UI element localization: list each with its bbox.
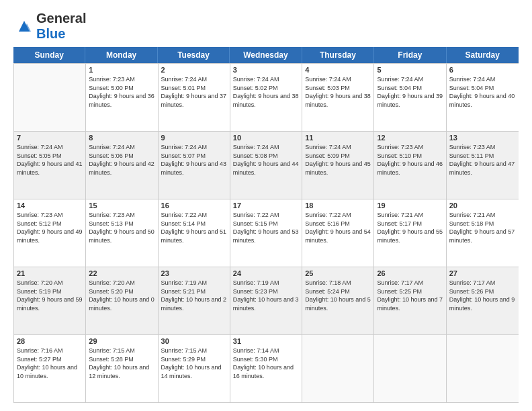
calendar-cell (302, 335, 374, 402)
weekday-header: Thursday (302, 47, 374, 63)
day-number: 14 (17, 201, 83, 210)
calendar-cell (447, 335, 519, 402)
day-number: 25 (305, 269, 371, 277)
calendar-cell: 26Sunrise: 7:17 AM Sunset: 5:25 PM Dayli… (374, 267, 446, 334)
day-number: 20 (449, 201, 516, 210)
calendar-cell: 9Sunrise: 7:24 AM Sunset: 5:07 PM Daylig… (159, 132, 230, 199)
day-number: 1 (89, 66, 154, 74)
day-number: 3 (233, 66, 299, 74)
day-info: Sunrise: 7:24 AM Sunset: 5:09 PM Dayligh… (305, 143, 371, 177)
calendar-cell: 13Sunrise: 7:23 AM Sunset: 5:11 PM Dayli… (447, 132, 519, 199)
day-info: Sunrise: 7:22 AM Sunset: 5:16 PM Dayligh… (305, 211, 371, 244)
day-info: Sunrise: 7:17 AM Sunset: 5:26 PM Dayligh… (449, 279, 516, 312)
day-number: 21 (17, 269, 83, 277)
day-info: Sunrise: 7:24 AM Sunset: 5:06 PM Dayligh… (89, 143, 154, 177)
day-number: 26 (377, 269, 443, 277)
day-info: Sunrise: 7:23 AM Sunset: 5:11 PM Dayligh… (449, 143, 516, 177)
calendar-cell: 14Sunrise: 7:23 AM Sunset: 5:12 PM Dayli… (14, 199, 86, 267)
day-number: 6 (449, 66, 516, 74)
calendar-cell: 30Sunrise: 7:15 AM Sunset: 5:29 PM Dayli… (159, 335, 230, 402)
header: GeneralBlue (13, 11, 519, 42)
day-info: Sunrise: 7:24 AM Sunset: 5:02 PM Dayligh… (233, 75, 299, 109)
day-number: 12 (377, 134, 443, 142)
day-info: Sunrise: 7:23 AM Sunset: 5:10 PM Dayligh… (377, 143, 443, 177)
calendar: SundayMondayTuesdayWednesdayThursdayFrid… (13, 47, 519, 403)
calendar-cell: 17Sunrise: 7:22 AM Sunset: 5:15 PM Dayli… (230, 199, 302, 267)
logo: GeneralBlue (13, 11, 86, 42)
calendar-cell: 28Sunrise: 7:16 AM Sunset: 5:27 PM Dayli… (14, 335, 86, 402)
day-number: 9 (161, 134, 227, 142)
calendar-cell: 27Sunrise: 7:17 AM Sunset: 5:26 PM Dayli… (447, 267, 519, 334)
calendar-cell: 11Sunrise: 7:24 AM Sunset: 5:09 PM Dayli… (302, 132, 374, 199)
day-number: 29 (89, 337, 154, 345)
weekday-header: Friday (374, 47, 446, 63)
day-info: Sunrise: 7:21 AM Sunset: 5:18 PM Dayligh… (449, 211, 516, 244)
day-number: 7 (17, 134, 83, 142)
day-number: 15 (89, 201, 154, 210)
calendar-cell: 6Sunrise: 7:24 AM Sunset: 5:04 PM Daylig… (447, 64, 519, 131)
day-info: Sunrise: 7:22 AM Sunset: 5:15 PM Dayligh… (233, 211, 299, 244)
day-info: Sunrise: 7:24 AM Sunset: 5:08 PM Dayligh… (233, 143, 299, 177)
day-info: Sunrise: 7:18 AM Sunset: 5:24 PM Dayligh… (305, 279, 371, 312)
calendar-cell: 23Sunrise: 7:19 AM Sunset: 5:21 PM Dayli… (159, 267, 230, 334)
day-info: Sunrise: 7:24 AM Sunset: 5:07 PM Dayligh… (161, 143, 227, 177)
day-number: 2 (161, 66, 227, 74)
weekday-header: Saturday (447, 47, 519, 63)
calendar-cell: 19Sunrise: 7:21 AM Sunset: 5:17 PM Dayli… (374, 199, 446, 267)
day-info: Sunrise: 7:15 AM Sunset: 5:29 PM Dayligh… (161, 347, 227, 380)
calendar-row: 1Sunrise: 7:23 AM Sunset: 5:00 PM Daylig… (14, 63, 519, 131)
day-info: Sunrise: 7:23 AM Sunset: 5:12 PM Dayligh… (17, 211, 83, 244)
page: GeneralBlue SundayMondayTuesdayWednesday… (0, 0, 532, 411)
day-number: 4 (305, 66, 371, 74)
calendar-cell: 7Sunrise: 7:24 AM Sunset: 5:05 PM Daylig… (14, 132, 86, 199)
day-number: 23 (161, 269, 227, 277)
logo-text: GeneralBlue (36, 11, 86, 42)
day-info: Sunrise: 7:23 AM Sunset: 5:00 PM Dayligh… (89, 75, 154, 109)
day-info: Sunrise: 7:15 AM Sunset: 5:28 PM Dayligh… (89, 347, 154, 380)
day-info: Sunrise: 7:24 AM Sunset: 5:01 PM Dayligh… (161, 75, 227, 109)
calendar-cell (374, 335, 446, 402)
day-number: 5 (377, 66, 443, 74)
day-number: 24 (233, 269, 299, 277)
day-number: 30 (161, 337, 227, 345)
weekday-header: Tuesday (158, 47, 230, 63)
day-number: 28 (17, 337, 83, 345)
day-info: Sunrise: 7:16 AM Sunset: 5:27 PM Dayligh… (17, 347, 83, 380)
calendar-cell: 29Sunrise: 7:15 AM Sunset: 5:28 PM Dayli… (86, 335, 158, 402)
day-info: Sunrise: 7:21 AM Sunset: 5:17 PM Dayligh… (377, 211, 443, 244)
day-info: Sunrise: 7:23 AM Sunset: 5:13 PM Dayligh… (89, 211, 154, 244)
day-info: Sunrise: 7:17 AM Sunset: 5:25 PM Dayligh… (377, 279, 443, 312)
calendar-cell: 2Sunrise: 7:24 AM Sunset: 5:01 PM Daylig… (159, 64, 230, 131)
calendar-row: 7Sunrise: 7:24 AM Sunset: 5:05 PM Daylig… (14, 131, 519, 199)
logo-icon (13, 15, 35, 37)
day-number: 27 (449, 269, 516, 277)
day-info: Sunrise: 7:19 AM Sunset: 5:23 PM Dayligh… (233, 279, 299, 312)
calendar-cell: 15Sunrise: 7:23 AM Sunset: 5:13 PM Dayli… (86, 199, 158, 267)
calendar-cell: 12Sunrise: 7:23 AM Sunset: 5:10 PM Dayli… (374, 132, 446, 199)
calendar-cell: 22Sunrise: 7:20 AM Sunset: 5:20 PM Dayli… (86, 267, 158, 334)
day-number: 19 (377, 201, 443, 210)
day-number: 8 (89, 134, 154, 142)
day-number: 13 (449, 134, 516, 142)
day-info: Sunrise: 7:24 AM Sunset: 5:03 PM Dayligh… (305, 75, 371, 109)
calendar-cell: 1Sunrise: 7:23 AM Sunset: 5:00 PM Daylig… (86, 64, 158, 131)
calendar-row: 21Sunrise: 7:20 AM Sunset: 5:19 PM Dayli… (14, 267, 519, 334)
calendar-cell (14, 64, 86, 131)
calendar-cell: 16Sunrise: 7:22 AM Sunset: 5:14 PM Dayli… (159, 199, 230, 267)
calendar-cell: 8Sunrise: 7:24 AM Sunset: 5:06 PM Daylig… (86, 132, 158, 199)
calendar-cell: 20Sunrise: 7:21 AM Sunset: 5:18 PM Dayli… (447, 199, 519, 267)
calendar-row: 28Sunrise: 7:16 AM Sunset: 5:27 PM Dayli… (14, 334, 519, 402)
day-number: 22 (89, 269, 154, 277)
calendar-cell: 3Sunrise: 7:24 AM Sunset: 5:02 PM Daylig… (230, 64, 302, 131)
day-info: Sunrise: 7:24 AM Sunset: 5:05 PM Dayligh… (17, 143, 83, 177)
day-info: Sunrise: 7:22 AM Sunset: 5:14 PM Dayligh… (161, 211, 227, 244)
calendar-cell: 21Sunrise: 7:20 AM Sunset: 5:19 PM Dayli… (14, 267, 86, 334)
calendar-cell: 24Sunrise: 7:19 AM Sunset: 5:23 PM Dayli… (230, 267, 302, 334)
day-number: 31 (233, 337, 299, 345)
day-number: 17 (233, 201, 299, 210)
day-info: Sunrise: 7:20 AM Sunset: 5:20 PM Dayligh… (89, 279, 154, 312)
day-number: 16 (161, 201, 227, 210)
day-info: Sunrise: 7:14 AM Sunset: 5:30 PM Dayligh… (233, 347, 299, 380)
calendar-header: SundayMondayTuesdayWednesdayThursdayFrid… (13, 47, 519, 63)
calendar-cell: 10Sunrise: 7:24 AM Sunset: 5:08 PM Dayli… (230, 132, 302, 199)
